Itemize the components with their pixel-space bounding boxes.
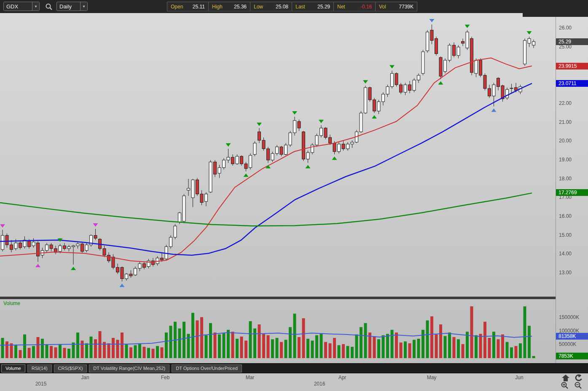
quote-label: Low [254, 4, 263, 10]
candle [311, 145, 314, 153]
volume-bar [67, 349, 70, 358]
candle [351, 142, 354, 144]
candle [462, 41, 464, 43]
volume-bar [258, 324, 261, 358]
volume-bar [532, 356, 535, 358]
tab-rsi-14-[interactable]: RSI(14) [27, 364, 52, 372]
volume-pane[interactable] [0, 299, 556, 363]
quote-last: Last 25.29 [292, 2, 334, 11]
time-axis[interactable]: JanFebMarAprMayJun20152016 [0, 373, 588, 391]
volume-bar [404, 341, 407, 358]
buy-signal-triangle [306, 165, 311, 169]
candle [214, 162, 217, 174]
search-button[interactable] [44, 2, 54, 11]
candle [448, 45, 451, 60]
volume-bar [50, 346, 53, 358]
volume-bar [475, 335, 478, 358]
volume-bar [413, 340, 416, 358]
volume-bar [156, 346, 159, 358]
candle [408, 85, 411, 90]
quote-value: 25.29 [317, 4, 330, 10]
candle [426, 32, 429, 51]
candle [457, 47, 460, 56]
candle [435, 39, 438, 54]
price-tick-label: 14.00 [559, 251, 572, 257]
sell-signal-triangle [257, 123, 262, 126]
timeframe-combo[interactable]: Daily ▼ [56, 2, 88, 11]
volume-bar [483, 322, 486, 358]
volume-bar [244, 340, 247, 358]
volume-bar [121, 332, 124, 358]
candle [492, 85, 495, 96]
volume-bar [298, 337, 301, 358]
candle [293, 121, 296, 133]
volume-bar [524, 306, 526, 358]
volume-bar [94, 339, 97, 358]
candle [258, 132, 261, 140]
sell-signal-triangle [430, 19, 435, 22]
candle [400, 85, 403, 92]
candle [324, 128, 327, 137]
volume-bar [112, 338, 115, 358]
candle [85, 245, 88, 250]
chevron-down-icon[interactable]: ▼ [32, 2, 39, 11]
candle [209, 162, 212, 192]
tab-dt-volatility-range-civ-mean-252-[interactable]: DT Volatility Range(CIV Mean,252) [89, 364, 169, 372]
sell-signal-triangle [226, 143, 231, 147]
volume-ma-line [0, 332, 532, 345]
price-pane[interactable] [0, 13, 556, 297]
home-icon[interactable] [561, 374, 570, 382]
undo-icon[interactable] [574, 374, 583, 382]
volume-bar [280, 342, 283, 358]
volume-bar [285, 340, 287, 358]
candle [67, 247, 70, 249]
volume-bar [178, 329, 181, 358]
chart-nav-controls [559, 374, 587, 390]
candle [169, 237, 172, 246]
volume-bar [218, 335, 221, 358]
volume-bar [338, 345, 341, 358]
candle [506, 89, 509, 98]
symbol-combo[interactable]: GDX ▼ [3, 2, 40, 11]
volume-bar [262, 334, 265, 358]
tab-dt-options-over-underpriced[interactable]: DT Options Over/UnderPriced [172, 364, 242, 372]
zoom-out-icon[interactable] [574, 381, 583, 390]
volume-bar [240, 337, 243, 358]
sell-signal-triangle [389, 65, 395, 69]
volume-bar [1, 338, 4, 358]
year-label: 2015 [32, 381, 50, 387]
candle [112, 257, 115, 268]
buy-signal-triangle [120, 284, 125, 287]
volume-bar [72, 343, 75, 358]
volume-bar [129, 347, 132, 358]
candle [103, 249, 106, 255]
volume-bar [134, 345, 137, 358]
sell-signal-triangle [527, 31, 532, 35]
search-icon [45, 3, 53, 11]
price-tick-label: 15.00 [559, 232, 572, 238]
candle [483, 75, 486, 88]
volume-bar [81, 340, 84, 358]
candle [532, 42, 535, 45]
volume-bar [253, 329, 256, 358]
volume-bar [200, 317, 203, 358]
volume-bar [28, 348, 31, 358]
volume-bar [479, 334, 482, 358]
chevron-down-icon[interactable]: ▼ [80, 2, 87, 11]
volume-bar [143, 347, 146, 358]
tab-volume[interactable]: Volume [1, 364, 25, 372]
volume-bar [391, 330, 394, 358]
candle [200, 194, 203, 202]
zoom-in-icon[interactable] [561, 381, 569, 390]
quote-value: 25.08 [276, 4, 288, 10]
indicator-tab-bar: VolumeRSI(14)CRS($SPX)DT Volatility Rang… [0, 363, 588, 373]
volume-bar [324, 342, 327, 358]
pane-separator[interactable] [0, 297, 556, 299]
volume-bar [360, 327, 362, 358]
volume-bar [355, 335, 358, 358]
candle [360, 113, 362, 132]
candle [276, 147, 279, 154]
volume-tick-label: 150000K [559, 314, 579, 320]
candle [72, 246, 75, 246]
tab-crs-spx-[interactable]: CRS($SPX) [54, 364, 87, 372]
